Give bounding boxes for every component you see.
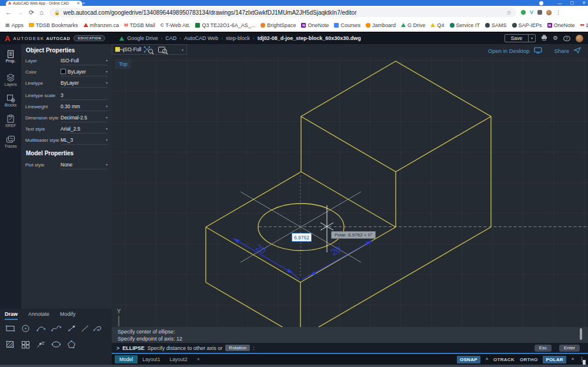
breadcrumb-item[interactable]: Google Drive xyxy=(127,35,158,41)
ellipse-tool-button[interactable] xyxy=(51,340,62,349)
help-icon[interactable]: ? xyxy=(563,36,570,41)
enter-button[interactable]: Enter xyxy=(559,345,580,352)
prop-row-multileader-style[interactable]: Multileader style ML_3▾ xyxy=(25,135,108,145)
save-dropdown-icon[interactable]: ▾ xyxy=(528,35,535,42)
window-close-button[interactable]: ✕ xyxy=(582,1,586,5)
settings-gear-icon[interactable]: ⚙ xyxy=(553,35,558,41)
forward-icon[interactable]: → xyxy=(17,9,24,16)
arc-tool-button[interactable] xyxy=(36,324,46,333)
bookmark-item[interactable]: NOneNote xyxy=(301,22,329,28)
osnap-menu-icon[interactable]: ^ xyxy=(486,358,488,362)
desktop-monitor-icon[interactable] xyxy=(534,47,542,55)
bookmark-item[interactable]: NOneNote xyxy=(547,22,575,28)
hatch-tool-button[interactable] xyxy=(5,340,16,349)
view-orientation-badge[interactable]: Top xyxy=(115,59,131,69)
share-send-icon[interactable] xyxy=(573,47,581,55)
breadcrumb-item[interactable]: step-block xyxy=(226,35,250,41)
rail-item-layers[interactable]: Layers xyxy=(0,74,21,86)
prop-row-lineweight[interactable]: Lineweight 0.30 mm▾ xyxy=(25,102,108,111)
save-button[interactable]: Save▾ xyxy=(505,34,536,42)
tab-layout1[interactable]: Layout1 xyxy=(138,355,165,363)
browser-avatar[interactable] xyxy=(546,10,552,15)
new-tab-button[interactable]: + xyxy=(82,1,85,6)
tab-layout2[interactable]: Layout2 xyxy=(165,355,192,363)
toggle-osnap[interactable]: OSNAP xyxy=(457,356,480,363)
rectangle-tool-button[interactable] xyxy=(5,324,16,333)
tab-model[interactable]: Model xyxy=(115,355,138,363)
bookmark-item[interactable]: SAP-IEPs xyxy=(512,22,542,28)
prop-row-plot-style[interactable]: Plot style None▾ xyxy=(25,160,108,169)
add-layout-button[interactable]: + xyxy=(192,355,205,363)
bookmark-item[interactable]: BrightSpace xyxy=(260,22,296,28)
bookmark-item[interactable]: Q3 TEJ2O1-6A_AS_... xyxy=(195,22,255,28)
bookmark-item[interactable]: ♥♥1010 xyxy=(580,22,588,28)
rail-item-xref[interactable]: XREF xyxy=(0,115,21,128)
bookmark-item[interactable]: MTDSB Mail xyxy=(124,22,155,28)
polygon-tool-button[interactable] xyxy=(66,340,77,349)
rail-item-traces[interactable]: Traces xyxy=(0,135,21,148)
bookmark-item[interactable]: mfranzen.ca xyxy=(83,22,119,28)
bookmark-item[interactable]: Q4 xyxy=(430,22,444,28)
window-maximize-button[interactable]: ▢ xyxy=(570,1,574,5)
bookmark-item[interactable]: G Drive xyxy=(401,22,426,28)
polyline-tool-button[interactable] xyxy=(93,324,103,333)
url-input[interactable]: 🔒 web.autocad.com/googledrive/1340896449… xyxy=(49,8,516,17)
prop-row-linetype[interactable]: Linetype ByLayer▾ xyxy=(25,78,108,88)
bookmark-star-icon[interactable]: ☆ xyxy=(506,9,512,16)
bookmark-item[interactable]: Jamboard xyxy=(366,22,396,28)
spline-tool-button[interactable] xyxy=(51,324,62,333)
open-in-desktop-button[interactable]: Open in Desktop xyxy=(488,48,530,54)
rail-item-properties[interactable]: Prop. xyxy=(0,50,21,63)
tab-annotate[interactable]: Annotate xyxy=(28,311,49,320)
command-input-row[interactable]: > ELLIPSE Specify distance to other axis… xyxy=(112,343,588,354)
prop-row-color[interactable]: Color ByLayer▾ xyxy=(25,67,108,76)
bookmark-item[interactable]: SAMS xyxy=(485,22,507,28)
leader-tool-button[interactable] xyxy=(36,340,46,349)
rail-item-blocks[interactable]: Blocks xyxy=(0,94,21,107)
back-icon[interactable]: ← xyxy=(5,9,12,16)
toggle-otrack[interactable]: OTRACK xyxy=(493,357,514,362)
xline-tool-button[interactable] xyxy=(66,324,77,333)
circle-tool-button[interactable] xyxy=(21,324,31,333)
browser-menu-icon[interactable]: ⋮ xyxy=(556,9,561,15)
drawing-canvas[interactable]: 20 20 Y Top 6.9762 Polar: 6.9762 < 0° xyxy=(112,57,588,327)
reload-icon[interactable]: ⟳ xyxy=(29,9,34,16)
polar-menu-icon[interactable]: ^ xyxy=(572,358,574,362)
line-tool-button[interactable] xyxy=(80,324,91,333)
bookmark-item[interactable]: Service IT xyxy=(450,22,480,28)
zoom-window-icon[interactable] xyxy=(158,46,169,58)
undo-icon[interactable] xyxy=(115,46,125,56)
zoom-to-objects-icon[interactable] xyxy=(143,46,155,58)
print-icon[interactable] xyxy=(541,35,547,42)
bookmark-item[interactable]: Courses xyxy=(334,22,360,28)
tab-close-icon[interactable]: ✕ xyxy=(76,1,80,5)
prop-row-dimension-style[interactable]: Dimension style Decimal-2.5▾ xyxy=(25,113,108,122)
prop-row-layer[interactable]: Layer ISO-Full▾ xyxy=(25,56,108,65)
bookmark-item[interactable]: TDSB Bookmarks xyxy=(29,22,78,28)
tab-modify[interactable]: Modify xyxy=(60,311,76,320)
dynamic-input-field[interactable]: 6.9762 xyxy=(292,233,312,242)
extension-vimeo-icon[interactable]: V xyxy=(530,9,533,15)
browser-tab[interactable]: A AutoCAD Web App - Online CAD ✕ xyxy=(6,1,82,6)
breadcrumb-item[interactable]: AutoCAD Web xyxy=(184,35,218,41)
bookmark-apps[interactable]: ▦Apps xyxy=(5,22,24,28)
extension-pin-icon[interactable] xyxy=(537,10,542,15)
prop-row-text-style[interactable]: Text style Arial_2.5▾ xyxy=(25,124,108,134)
redo-icon[interactable] xyxy=(129,46,139,56)
esc-button[interactable]: Esc xyxy=(534,345,552,352)
home-icon[interactable]: ⌂ xyxy=(39,9,44,16)
prop-row-linetype-scale[interactable]: Linetype scale 3 xyxy=(25,91,108,100)
extension-leaf-icon[interactable] xyxy=(521,10,526,15)
user-avatar[interactable] xyxy=(576,35,583,42)
browser-profile-icon[interactable] xyxy=(539,1,543,5)
bookmark-item[interactable]: CT-Web Att. xyxy=(161,22,191,28)
tab-draw[interactable]: Draw xyxy=(5,311,18,320)
toggle-ortho[interactable]: ORTHO xyxy=(520,357,537,362)
insert-block-tool-button[interactable] xyxy=(21,340,31,349)
share-button[interactable]: Share xyxy=(554,48,569,54)
breadcrumb-item[interactable]: CAD xyxy=(165,35,176,41)
toggle-polar[interactable]: POLAR xyxy=(543,356,566,363)
command-scrollbar[interactable] xyxy=(580,328,582,340)
command-option-rotation[interactable]: Rotation xyxy=(225,345,250,351)
window-minimize-button[interactable]: — xyxy=(558,1,562,5)
